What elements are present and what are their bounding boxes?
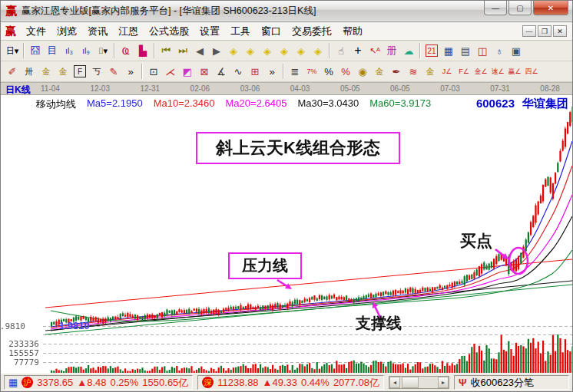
gold-line2-icon[interactable]: 金: [422, 63, 438, 80]
scroll-thumb[interactable]: [402, 377, 419, 388]
save-icon[interactable]: ◫: [475, 42, 490, 59]
prev-bar-icon[interactable]: ◀: [192, 42, 207, 59]
close-button[interactable]: ✕: [533, 1, 568, 15]
mdi-minimize-button[interactable]: —: [522, 25, 536, 37]
stock-name: 华谊集团: [522, 97, 568, 111]
measure-box-icon[interactable]: ⊡: [146, 63, 161, 80]
mdi-buttons: — ❐ ✕: [522, 25, 568, 37]
net-transfer-icon[interactable]: ♁: [492, 42, 507, 59]
color-histogram-icon[interactable]: ▙: [135, 42, 151, 59]
scroll-left-button[interactable]: ◂: [389, 377, 400, 388]
maximize-button[interactable]: ▢: [508, 1, 532, 15]
toolbar-separator: [154, 43, 155, 58]
mdi-close-button[interactable]: ✕: [553, 25, 567, 37]
more-tools-icon[interactable]: »: [264, 63, 280, 80]
mdi-restore-button[interactable]: ❐: [538, 25, 551, 37]
percent-line-icon[interactable]: %: [338, 63, 353, 80]
menu-item[interactable]: 窗口: [256, 23, 286, 40]
pointer-label-icon[interactable]: ↖ᴬ: [367, 42, 383, 59]
volume-ladder-icon[interactable]: ≣: [287, 63, 303, 80]
menu-item[interactable]: 帮助: [337, 23, 368, 40]
stock-pick-icon[interactable]: Ҩ: [118, 42, 134, 59]
f-line-icon[interactable]: F∠: [456, 63, 472, 80]
menu-bar: 赢 文件浏览资讯江恩公式选股设置工具窗口交易委托帮助 — ❐ ✕: [1, 22, 572, 41]
menu-item[interactable]: 文件: [21, 23, 51, 40]
speed-line-icon[interactable]: 速∠: [490, 63, 505, 80]
minute-9-chart-icon[interactable]: ıl₉: [78, 42, 94, 59]
zoom-right-icon[interactable]: ◈: [243, 42, 258, 59]
zigzag-icon[interactable]: ∿: [230, 63, 246, 80]
gold-angle-icon[interactable]: 金∠: [473, 63, 489, 80]
minute-3-chart-icon[interactable]: ıl₃: [61, 42, 77, 59]
shenzhen-index-section: 深 11238.88 ▲49.33 0.44% 2077.08亿: [197, 375, 384, 390]
percent-icon[interactable]: %: [321, 63, 336, 80]
gann-fan-icon[interactable]: ⋌: [163, 63, 178, 80]
j-line-icon[interactable]: J∠: [439, 63, 455, 80]
status-scrollbar[interactable]: ◂ ▸: [389, 376, 449, 389]
calendar-icon[interactable]: 21: [426, 44, 438, 57]
menu-item[interactable]: 设置: [194, 23, 225, 40]
more-draw-icon[interactable]: »: [123, 63, 138, 80]
shenzhen-badge-icon: 深: [202, 377, 214, 388]
gold-lines-icon[interactable]: 金: [372, 63, 387, 80]
gann-module-icon[interactable]: 册: [384, 42, 399, 59]
info-list-icon[interactable]: 目: [45, 42, 60, 59]
sh-index-change: ▲8.48: [77, 377, 106, 388]
fan-box-icon[interactable]: ◩: [180, 63, 195, 80]
gold-circle-icon[interactable]: ◉: [355, 63, 370, 80]
grid-30-icon[interactable]: 卅: [22, 63, 37, 80]
gold-grid2-icon[interactable]: 金: [55, 63, 71, 80]
angle-line-icon[interactable]: ∡: [214, 63, 229, 80]
support-annotation-label: 支撑线: [356, 313, 402, 334]
draw-chart-pen-icon[interactable]: ✎: [106, 63, 121, 80]
last-bar-icon[interactable]: ⏭: [175, 42, 190, 59]
zoom-fit-icon[interactable]: ◈: [310, 42, 326, 59]
menu-item[interactable]: 江恩: [113, 23, 144, 40]
remote-pc-icon[interactable]: ▣: [508, 42, 524, 59]
zoom-in-icon[interactable]: ◈: [277, 42, 292, 59]
menu-item[interactable]: 交易委托: [286, 23, 337, 40]
ma-value: Ma30=3.0430: [297, 97, 359, 111]
price-scale-label: 1.9810: [0, 321, 25, 331]
scroll-right-button[interactable]: ▸: [438, 377, 449, 388]
toolbar-separator: [23, 43, 25, 58]
board-grid-icon[interactable]: ▦: [8, 377, 18, 388]
hand-tool-icon[interactable]: ☝: [333, 42, 349, 59]
menu-item[interactable]: 公式选股: [144, 23, 194, 40]
gold-grid-icon[interactable]: 金: [38, 63, 54, 80]
cycle-grid-icon[interactable]: 丂: [89, 63, 104, 80]
zoom-left-icon[interactable]: ◈: [226, 42, 241, 59]
fan-grid-icon[interactable]: ⊠: [197, 63, 212, 80]
graph-window-icon[interactable]: 囧: [28, 42, 43, 59]
toolbar-separator: [141, 64, 143, 79]
minimize-button[interactable]: —: [484, 1, 507, 15]
percent-7-icon[interactable]: 7%: [304, 63, 320, 80]
toolbar-drawing: ✐卅金金F丂✎»⊡⋌◩⊠∡∿⊞»≣7%%%◉金✒≋金J∠F∠金∠速∠赢∠四∠: [1, 61, 572, 82]
sz-index-change: ▲49.33: [263, 377, 297, 388]
draw-brush-icon[interactable]: ✐: [5, 63, 20, 80]
notes-icon[interactable]: ▤: [458, 42, 473, 59]
wave-gold-icon[interactable]: ≋: [406, 63, 421, 80]
first-bar-icon[interactable]: ⏮: [158, 42, 174, 59]
crosshair-tool-icon[interactable]: +: [350, 42, 366, 59]
menu-item[interactable]: 工具: [225, 23, 256, 40]
ma-value: Ma60=3.9173: [369, 97, 431, 111]
cloud-analysis-icon[interactable]: ☁: [401, 42, 416, 59]
zoom-horizontal-icon[interactable]: ◈: [260, 42, 275, 59]
zoom-out-icon[interactable]: ◈: [293, 42, 309, 59]
candle-style-icon[interactable]: ⌷▾: [95, 42, 111, 59]
four-line-icon[interactable]: 四∠: [524, 63, 539, 80]
calculator-icon[interactable]: ▦: [441, 42, 456, 59]
win-line-icon[interactable]: 赢∠: [507, 63, 522, 80]
menu-item[interactable]: 浏览: [51, 23, 82, 40]
sh-index-value: 3378.65: [37, 377, 73, 388]
ink-pen-icon[interactable]: ✒: [389, 63, 404, 80]
status-bar: ▦ 沪 3378.65 ▲8.48 0.25% 1550.65亿 深 11238…: [1, 373, 572, 391]
red-grid-icon[interactable]: ⊞: [247, 63, 263, 80]
volume-scale-label: 77779: [0, 357, 39, 367]
menu-item[interactable]: 资讯: [82, 23, 113, 40]
resistance-annotation-box: 压力线: [228, 252, 302, 279]
period-selector-icon[interactable]: 日▾: [5, 42, 20, 59]
next-bar-icon[interactable]: ▶: [209, 42, 224, 59]
f-grid-icon[interactable]: F: [74, 65, 86, 77]
